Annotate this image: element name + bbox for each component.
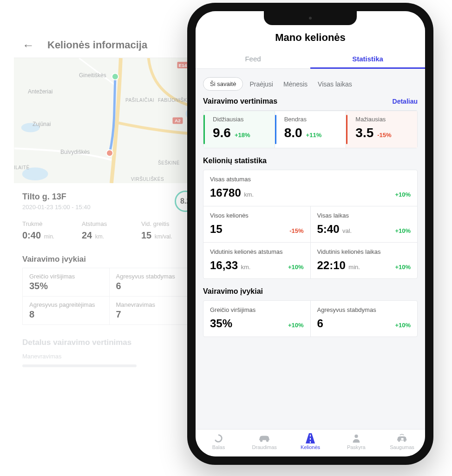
svg-text:E14: E14 [179,63,187,68]
nav-trips[interactable]: Kelionės [288,433,334,450]
nav-score[interactable]: Balas [196,433,242,450]
gauge-icon [212,433,224,443]
score-avg: Bendras 8.0+11% [275,111,346,148]
map-label: Gineitiškės [79,72,106,79]
background-screen: ← Kelionės informacija E14 [14,33,204,367]
score-card: Didžiausias 9.6+18% Bendras 8.0+11% Maži… [203,110,418,148]
phone-frame: Mano kelionės Feed Statistika Ši savaitė… [187,3,433,465]
stat-avg-distance: Vidutinis kelionės atstumas 16,33 km. +1… [203,242,310,278]
map-label: Zujūnai [33,121,51,127]
map-label: ILAITĖ [14,165,30,170]
stat-total-trips: Visos kelionės 15 -15% [203,206,310,242]
back-title: Kelionės informacija [47,39,147,51]
map-label: VIRŠULIŠKĖS [131,177,164,182]
nav-security[interactable]: Saugumas [379,433,425,450]
svg-point-1 [21,123,40,132]
svg-point-4 [112,73,118,80]
svg-rect-8 [172,118,183,124]
person-icon [351,433,361,443]
stat-avg-time: Vidutinis kelionės laikas 22:10 min. +10… [310,242,418,278]
svg-rect-14 [310,438,311,440]
phone-notch [264,11,357,25]
car-lock-icon [396,433,409,443]
trip-stats-card: Visas atstumas 16780 km. +10% Visos keli… [203,170,418,279]
svg-point-2 [22,167,48,180]
tab-feed[interactable]: Feed [196,50,310,68]
metric-duration: Trukmė 0:40 min. [22,220,77,241]
svg-point-16 [354,435,358,438]
events-grid: Greičio viršijimas35% Agresyvus stabdyma… [22,268,196,325]
detail-item-label: Manevravimas [22,353,62,360]
svg-point-18 [404,440,406,442]
score-detail-link[interactable]: Detaliau [393,98,418,105]
metric-distance: Atstumas 24 km. [82,220,137,241]
score-section-title: Vairavimo vertinimas [203,97,277,106]
trip-address: Tilto g. 13F [22,192,91,202]
trip-summary: Tilto g. 13F 2020-01-23 15:00 - 15:40 8.… [14,183,204,216]
tab-statistics[interactable]: Statistika [310,50,425,68]
trip-timerange: 2020-01-23 15:00 - 15:40 [22,204,91,211]
bottom-nav: Balas Draudimas Kelionės Paskyra Sauguma… [196,429,425,456]
nav-account[interactable]: Paskyra [333,433,379,450]
back-header: ← Kelionės informacija [14,33,204,58]
map-label: Buivydiškės [60,149,90,155]
score-max: Didžiausias 9.6+18% [203,111,275,148]
stats-scroll[interactable]: Ši savaitė Praėjusi Mėnesis Visas laikas… [196,69,425,429]
trip-map[interactable]: E14 A2 Gineitiškės Antežeriai Zujūnai Bu… [14,58,204,183]
period-last-week[interactable]: Praėjusi [246,78,277,91]
score-min: Mažiausias 3.5-15% [346,111,417,148]
detail-scoring-title: Detalus vairavimo vertinimas [14,325,204,351]
car-icon [257,433,271,443]
map-label: ŠEŠKINĖ [158,160,180,165]
svg-point-17 [398,440,400,442]
front-events-card: Greičio viršijimas 35% +10% Agresyvus st… [203,300,418,337]
map-label: Antežeriai [28,88,52,95]
events-title: Vairavimo įvykiai [14,248,204,268]
svg-rect-19 [401,438,403,440]
period-selector: Ši savaitė Praėjusi Mėnesis Visas laikas [196,69,425,97]
detail-progress-bar [22,364,137,367]
svg-rect-15 [310,441,311,443]
period-this-week[interactable]: Ši savaitė [203,77,243,91]
period-all-time[interactable]: Visas laikas [314,78,356,91]
stat-total-time: Visas laikas 5:40 val. +10% [310,206,418,242]
period-month[interactable]: Mėnesis [280,78,311,91]
svg-rect-0 [14,58,204,183]
back-arrow-icon[interactable]: ← [22,39,34,51]
top-tabs: Feed Statistika [196,50,425,69]
nav-insurance[interactable]: Draudimas [242,433,288,450]
trip-stats-title: Kelionių statistika [196,156,425,170]
svg-rect-13 [310,435,311,436]
svg-text:A2: A2 [175,118,181,123]
svg-point-11 [260,439,263,442]
event-braking: Agresyvus stabdymas 6 +10% [310,301,418,337]
road-icon [304,433,316,443]
map-label: PAŠILAIČIAI [125,98,154,103]
stat-total-distance: Visas atstumas 16780 km. +10% [203,170,417,206]
svg-point-5 [106,150,113,156]
svg-point-10 [215,435,222,442]
trip-metrics: Trukmė 0:40 min. Atstumas 24 km. Vid. gr… [14,216,204,248]
front-events-title: Vairavimo įvykiai [196,286,425,300]
svg-point-12 [266,439,269,442]
event-speeding: Greičio viršijimas 35% +10% [203,301,310,337]
svg-rect-6 [177,62,188,68]
